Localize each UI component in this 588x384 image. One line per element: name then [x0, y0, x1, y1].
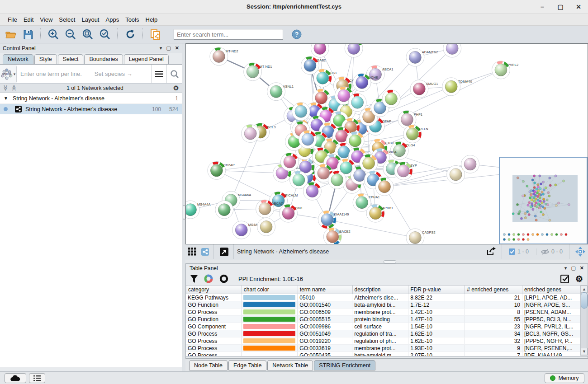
search-input[interactable]: [174, 29, 283, 40]
network-node[interactable]: RELN: [403, 125, 428, 143]
string-options-button[interactable]: [151, 65, 166, 83]
tab-string-enrichment[interactable]: STRING Enrichment: [314, 360, 375, 370]
zoom-fit-button[interactable]: [81, 28, 95, 41]
network-node[interactable]: CD2AP: [208, 161, 235, 179]
donut-chart-icon[interactable]: [219, 274, 228, 283]
network-node[interactable]: [443, 44, 461, 57]
network-node[interactable]: PVRL2: [492, 61, 518, 79]
menu-help[interactable]: Help: [142, 15, 161, 24]
tab-network-table[interactable]: Network Table: [267, 360, 313, 370]
scrollbar-thumb[interactable]: [581, 292, 588, 309]
panel-close-icon[interactable]: ✕: [175, 45, 179, 51]
network-node[interactable]: [382, 90, 400, 108]
export-view-button[interactable]: [484, 245, 499, 258]
column-header[interactable]: # enriched genes: [465, 286, 522, 294]
table-row[interactable]: KEGG Pathways05010Alzheimer's dise...8.8…: [186, 294, 581, 301]
network-node[interactable]: [311, 44, 329, 57]
network-canvas[interactable]: MT-ND2MT-ND1VSNL1GAB2IRS1CHATABCA1ACHEAD…: [185, 43, 588, 244]
network-node[interactable]: [360, 154, 378, 172]
panel-splitter-horizontal[interactable]: [185, 259, 588, 263]
menu-view[interactable]: View: [37, 15, 56, 24]
view-mode-button[interactable]: [199, 245, 211, 258]
column-header[interactable]: description: [352, 286, 408, 294]
network-node[interactable]: [348, 94, 366, 112]
network-node[interactable]: APBB1: [366, 204, 393, 222]
menu-apps[interactable]: Apps: [103, 15, 123, 24]
zoom-out-button[interactable]: [63, 28, 78, 41]
network-node[interactable]: SYP: [394, 162, 417, 180]
network-node[interactable]: [281, 153, 299, 171]
network-node[interactable]: [257, 218, 275, 236]
network-node[interactable]: MT-ND1: [244, 63, 272, 81]
table-row[interactable]: GO ProcessGO:0050435beta-amyloid m...2.0…: [186, 352, 581, 357]
network-node[interactable]: TOMM40: [442, 78, 472, 96]
network-node[interactable]: [303, 182, 321, 200]
splitter-grip[interactable]: [384, 260, 396, 263]
network-collection-row[interactable]: ▼ String Network - Alzheimer's disease 1: [0, 93, 182, 104]
network-node[interactable]: VSNL1: [267, 83, 294, 101]
tab-boundaries[interactable]: Boundaries: [84, 54, 123, 64]
network-node[interactable]: [328, 171, 346, 189]
network-node[interactable]: KIAA1149: [318, 211, 349, 229]
minimize-button[interactable]: –: [536, 2, 548, 12]
network-node[interactable]: ADAMTS2: [406, 48, 438, 66]
tab-style[interactable]: Style: [34, 54, 57, 64]
column-header[interactable]: category: [186, 286, 242, 294]
table-settings-gear-icon[interactable]: ⚙: [575, 274, 583, 284]
maximize-button[interactable]: ▢: [555, 2, 566, 12]
table-row[interactable]: GO ComponentGO:0009986cell surface1.54E-…: [186, 323, 581, 330]
tab-network[interactable]: Network: [3, 54, 33, 64]
panel-menu-icon[interactable]: ▾: [160, 45, 162, 51]
collapse-all-icon[interactable]: ≫: [2, 85, 9, 91]
tab-node-table[interactable]: Node Table: [189, 360, 228, 370]
selected-checkbox-icon[interactable]: [509, 248, 515, 255]
tree-expand-icon[interactable]: ▼: [4, 96, 8, 101]
menu-select[interactable]: Select: [56, 15, 78, 24]
column-header[interactable]: enriched genes: [522, 286, 581, 294]
network-node[interactable]: [292, 103, 310, 121]
panel-float-icon[interactable]: ▢: [166, 45, 171, 51]
birds-eye-view[interactable]: [499, 157, 588, 244]
table-row[interactable]: GO ProcessGO:0019220regulation of ph...1…: [186, 337, 581, 345]
refresh-button[interactable]: [123, 28, 138, 41]
table-row[interactable]: GO ProcessGO:0033619membrane prot...1.93…: [186, 345, 581, 352]
table-row[interactable]: GO FunctionGO:0005515protein binding1.47…: [186, 316, 581, 323]
open-session-button[interactable]: [4, 28, 18, 41]
panel-float-icon[interactable]: ▢: [571, 265, 575, 271]
network-node[interactable]: [345, 44, 363, 57]
panel-close-icon[interactable]: ✕: [580, 265, 584, 271]
table-vertical-scrollbar[interactable]: ▲ ▼: [580, 285, 587, 356]
network-node[interactable]: CADPS2: [406, 229, 436, 244]
network-options-gear-icon[interactable]: ⚙: [173, 84, 179, 92]
tab-edge-table[interactable]: Edge Table: [228, 360, 266, 370]
help-button[interactable]: ?: [289, 28, 304, 41]
save-session-button[interactable]: [21, 28, 35, 41]
scroll-up-arrow[interactable]: ▲: [581, 286, 588, 293]
network-node[interactable]: BACE2: [323, 228, 350, 244]
close-button[interactable]: ✕: [573, 2, 584, 12]
column-header[interactable]: term name: [298, 286, 352, 294]
menu-file[interactable]: File: [5, 15, 20, 24]
tab-select[interactable]: Select: [58, 54, 84, 64]
menu-layout[interactable]: Layout: [78, 15, 102, 24]
network-node[interactable]: BIN1: [280, 204, 303, 222]
zoom-in-button[interactable]: [46, 28, 61, 41]
pan-tool-button[interactable]: [573, 245, 588, 258]
network-node[interactable]: MS4A4A: [186, 201, 210, 219]
hidden-eye-icon[interactable]: [541, 249, 549, 255]
network-node[interactable]: [461, 155, 479, 173]
network-node[interactable]: SMUG1: [410, 80, 438, 98]
table-row[interactable]: GO FunctionGO:0001540beta-amyloid bi...1…: [186, 301, 581, 309]
string-search-button[interactable]: [166, 65, 182, 83]
tab-legend-panel[interactable]: Legend Panel: [124, 54, 169, 64]
network-node[interactable]: [375, 178, 394, 196]
string-protein-query-button[interactable]: STRING ▾: [0, 66, 17, 82]
network-node[interactable]: MS4A4E: [232, 221, 261, 239]
network-row-selected[interactable]: String Network - Alzheimer's disease 100…: [0, 104, 182, 114]
table-row[interactable]: GO ProcessGO:0051049regulation of tra...…: [186, 330, 581, 337]
network-node[interactable]: [242, 125, 260, 143]
enrichment-chart-icon[interactable]: [204, 274, 213, 283]
string-term-input[interactable]: Enter one term per line. Set species →: [17, 65, 151, 83]
menu-edit[interactable]: Edit: [20, 15, 37, 24]
cloud-tasks-button[interactable]: [5, 373, 26, 383]
